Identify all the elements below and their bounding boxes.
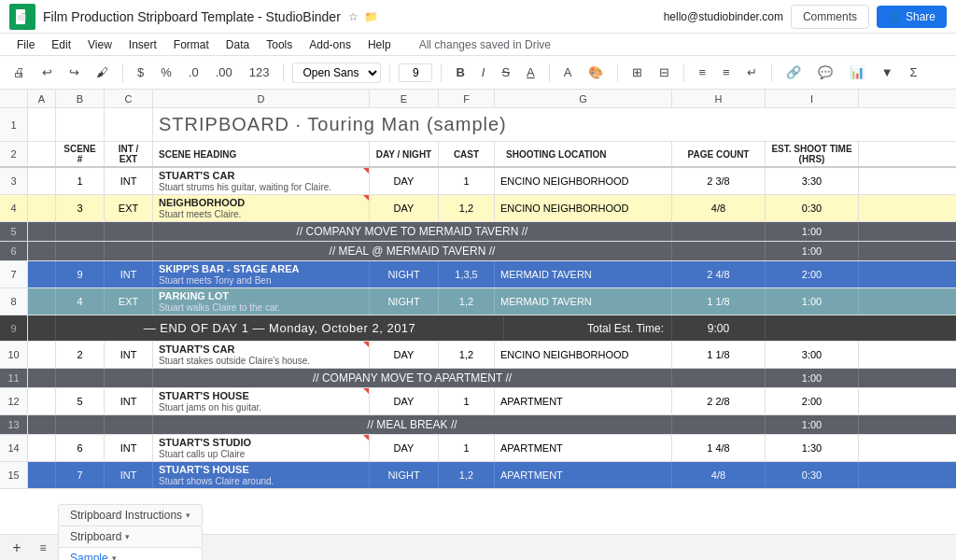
cell-2a[interactable] bbox=[28, 142, 56, 166]
cell-location[interactable]: ENCINO NEIGHBORHOOD bbox=[495, 195, 672, 221]
cell-int-ext[interactable]: INT bbox=[105, 342, 153, 368]
merge-btn[interactable]: ⊟ bbox=[654, 63, 675, 82]
cell-page-count[interactable]: 2 3/8 bbox=[672, 168, 766, 194]
comments-button[interactable]: Comments bbox=[791, 5, 869, 29]
menu-insert[interactable]: Insert bbox=[121, 36, 164, 53]
cell-int-ext[interactable]: INT bbox=[105, 462, 153, 488]
cell-day-night[interactable]: NIGHT bbox=[370, 288, 439, 315]
table-row[interactable]: 12 5 INT STUART'S HOUSE Stuart jams on h… bbox=[0, 388, 956, 415]
cell-location[interactable]: ENCINO NEIGHBORHOOD bbox=[495, 342, 672, 368]
cell-heading-desc[interactable]: STUART'S CAR Stuart stakes outside Clair… bbox=[153, 342, 370, 368]
cell-a[interactable] bbox=[28, 435, 56, 461]
menu-data[interactable]: Data bbox=[218, 36, 257, 53]
cell-heading-desc[interactable]: STUART'S CAR Stuart strums his guitar, w… bbox=[153, 168, 370, 194]
underline-btn[interactable]: A bbox=[521, 63, 541, 82]
table-row[interactable]: 7 9 INT SKIPP'S BAR - STAGE AREA Stuart … bbox=[0, 261, 956, 288]
cell-cast[interactable]: 1,2 bbox=[439, 195, 495, 221]
table-row[interactable]: 4 3 EXT NEIGHBORHOOD Stuart meets Claire… bbox=[0, 195, 956, 222]
undo-btn[interactable]: ↩ bbox=[36, 63, 58, 82]
cell-int-ext[interactable]: INT bbox=[105, 435, 153, 461]
cell-page-count[interactable]: 1 1/8 bbox=[672, 342, 766, 368]
cell-a[interactable] bbox=[28, 261, 56, 287]
cell-location[interactable]: APARTMENT bbox=[495, 462, 672, 488]
menu-addons[interactable]: Add-ons bbox=[302, 36, 358, 53]
cell-scene-num[interactable]: 7 bbox=[56, 462, 105, 488]
cell-a[interactable] bbox=[28, 195, 56, 221]
cell-page[interactable] bbox=[672, 242, 766, 260]
cell-shoot-time[interactable]: 0:30 bbox=[766, 195, 859, 221]
cell-scene-num[interactable]: 1 bbox=[56, 168, 105, 194]
menu-format[interactable]: Format bbox=[166, 36, 217, 53]
menu-tools[interactable]: Tools bbox=[259, 36, 300, 53]
align-center-btn[interactable]: ≡ bbox=[717, 63, 736, 82]
cell-scene-num[interactable]: 2 bbox=[56, 342, 105, 368]
redo-btn[interactable]: ↪ bbox=[63, 63, 85, 82]
cell-a[interactable] bbox=[28, 315, 56, 341]
currency-btn[interactable]: $ bbox=[132, 63, 149, 82]
cell-a[interactable] bbox=[28, 462, 56, 488]
cell-day-night[interactable]: DAY bbox=[370, 195, 439, 221]
table-row[interactable]: 13 // MEAL BREAK // 1:00 bbox=[0, 415, 956, 435]
cell-a[interactable] bbox=[28, 388, 56, 414]
text-wrap-btn[interactable]: ↵ bbox=[741, 63, 763, 82]
folder-icon[interactable]: 📁 bbox=[364, 10, 378, 23]
cell-scene-num[interactable]: 6 bbox=[56, 435, 105, 461]
sheet-tab-sample[interactable]: Sample▾ bbox=[58, 547, 203, 560]
bold-btn[interactable]: B bbox=[450, 63, 470, 82]
cell-shoot-time[interactable]: 0:30 bbox=[766, 462, 859, 488]
cell-page[interactable] bbox=[672, 415, 766, 434]
font-select[interactable]: Open Sans bbox=[292, 63, 381, 83]
star-icon[interactable]: ☆ bbox=[348, 10, 358, 23]
format-more-btn[interactable]: 123 bbox=[244, 63, 275, 82]
cell-cast[interactable]: 1,3,5 bbox=[439, 261, 495, 287]
cell-1b[interactable] bbox=[56, 108, 105, 141]
cell-scene-num[interactable]: 3 bbox=[56, 195, 105, 221]
cell-day-night[interactable]: DAY bbox=[370, 342, 439, 368]
cell-scene-num[interactable]: 4 bbox=[56, 288, 105, 315]
cell-location[interactable]: MERMAID TAVERN bbox=[495, 288, 672, 315]
align-left-btn[interactable]: ≡ bbox=[693, 63, 711, 82]
cell-1a[interactable] bbox=[28, 108, 56, 141]
menu-help[interactable]: Help bbox=[360, 36, 399, 53]
cell-shoot-time[interactable]: 2:00 bbox=[766, 261, 859, 287]
cell-heading-desc[interactable]: STUART'S HOUSE Stuart jams on his guitar… bbox=[153, 388, 370, 414]
cell-int-ext[interactable]: INT bbox=[105, 261, 153, 287]
share-button[interactable]: 👤 Share bbox=[877, 6, 947, 28]
table-row[interactable]: 3 1 INT STUART'S CAR Stuart strums his g… bbox=[0, 168, 956, 195]
cell-cast[interactable]: 1 bbox=[439, 388, 495, 414]
cell-page-count[interactable]: 4/8 bbox=[672, 462, 766, 488]
percent-btn[interactable]: % bbox=[155, 63, 177, 82]
table-row[interactable]: 10 2 INT STUART'S CAR Stuart stakes outs… bbox=[0, 342, 956, 369]
cell-a[interactable] bbox=[28, 222, 56, 241]
cell-int-ext[interactable]: INT bbox=[105, 168, 153, 194]
cell-1-title[interactable]: STRIPBOARD · Touring Man (sample) bbox=[153, 108, 713, 141]
chart-btn[interactable]: 📊 bbox=[844, 63, 870, 82]
cell-page-count[interactable]: 2 2/8 bbox=[672, 388, 766, 414]
cell-heading-desc[interactable]: NEIGHBORHOOD Stuart meets Claire. bbox=[153, 195, 370, 221]
cell-a[interactable] bbox=[28, 288, 56, 315]
menu-file[interactable]: File bbox=[9, 36, 42, 53]
cell-cast[interactable]: 1,2 bbox=[439, 342, 495, 368]
cell-heading-desc[interactable]: STUART'S STUDIO Stuart calls up Claire bbox=[153, 435, 370, 461]
cell-shoot-time[interactable]: 3:00 bbox=[766, 342, 859, 368]
cell-shoot-time[interactable]: 1:00 bbox=[766, 288, 859, 315]
cell-page-count[interactable]: 2 4/8 bbox=[672, 261, 766, 287]
table-row[interactable]: 5 // COMPANY MOVE TO MERMAID TAVERN // 1… bbox=[0, 222, 956, 242]
function-btn[interactable]: Σ bbox=[905, 63, 923, 82]
cell-cast[interactable]: 1,2 bbox=[439, 462, 495, 488]
add-sheet-button[interactable]: + bbox=[6, 537, 28, 559]
link-btn[interactable]: 🔗 bbox=[780, 63, 807, 82]
table-row[interactable]: 6 // MEAL @ MERMAID TAVERN // 1:00 bbox=[0, 242, 956, 261]
cell-a[interactable] bbox=[28, 369, 56, 387]
table-row[interactable]: 8 4 EXT PARKING LOT Stuart walks Claire … bbox=[0, 288, 956, 315]
cell-page[interactable] bbox=[672, 369, 766, 387]
cell-cast[interactable]: 1 bbox=[439, 435, 495, 461]
cell-scene-num[interactable]: 5 bbox=[56, 388, 105, 414]
cell-a[interactable] bbox=[28, 242, 56, 260]
cell-a[interactable] bbox=[28, 342, 56, 368]
comment-btn[interactable]: 💬 bbox=[812, 63, 838, 82]
cell-int-ext[interactable] bbox=[105, 415, 153, 434]
cell-location[interactable]: MERMAID TAVERN bbox=[495, 261, 672, 287]
sheet-tab-stripboard-instructions[interactable]: Stripboard Instructions▾ bbox=[58, 504, 203, 525]
fill-color-btn[interactable]: 🎨 bbox=[583, 63, 609, 82]
